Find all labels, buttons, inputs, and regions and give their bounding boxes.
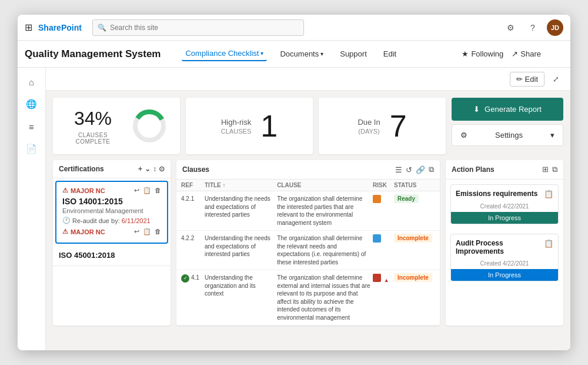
high-risk-label: High-risk — [221, 118, 251, 127]
search-input[interactable] — [110, 24, 299, 32]
top-bar: ⊞ SharePoint 🔍 ⚙ ? JD — [18, 15, 570, 41]
clauses-panel: Clauses ☰ ↺ 🔗 ⧉ Ref — [176, 160, 440, 326]
risk-indicator-1 — [373, 195, 381, 203]
add-cert-icon[interactable]: + — [138, 165, 142, 173]
action-panel: ⬇ Generate Report ⚙ Settings ▾ — [452, 98, 563, 154]
certifications-title: Certifications — [59, 165, 104, 173]
clause-ref-3: ✓ 4.1 — [181, 274, 205, 283]
ap-title-2: Audit Process Improvements — [456, 239, 542, 256]
clause-row-1[interactable]: 4.2.1 Understanding the needs and expect… — [176, 191, 440, 231]
share-icon: ↗ — [512, 49, 518, 58]
clock-icon: 🕐 — [62, 217, 71, 224]
settings-icon[interactable]: ⚙ — [502, 19, 519, 36]
pencil-icon: ✏ — [516, 75, 523, 84]
status-badge-3: Incomplete — [394, 273, 432, 282]
nav-documents[interactable]: Documents ▾ — [276, 47, 327, 61]
clause-row-2[interactable]: 4.2.2 Understanding the needs and expect… — [176, 231, 440, 270]
sidebar-doc-icon[interactable]: 📄 — [22, 140, 41, 158]
copy-icon[interactable]: ⧉ — [429, 165, 434, 174]
nc-actions-2: ↩ 📋 🗑 — [134, 228, 161, 235]
completion-value: 34% — [74, 108, 112, 130]
ap-list-icon[interactable]: ⧉ — [552, 165, 557, 174]
ap-status-bar-2: In Progress — [451, 269, 558, 281]
cert-item-iso45001[interactable]: ISO 45001:2018 — [53, 246, 171, 266]
clauses-table: Ref Title ↑ Clause Risk Status 4.2.1 Und… — [176, 180, 440, 326]
generate-report-button[interactable]: ⬇ Generate Report — [452, 98, 563, 121]
cert-subtitle-1: Environmental Management — [62, 207, 161, 214]
cert-title-1: ISO 14001:2015 — [62, 197, 161, 206]
copy-icon-2[interactable]: 📋 — [143, 228, 151, 235]
clause-risk-3: ▲ — [373, 274, 394, 284]
ap-date-2: Created 4/22/2021 — [451, 260, 558, 269]
edit-button[interactable]: ✏ Edit — [510, 72, 544, 87]
sort-cert-icon[interactable]: ⌄ — [145, 165, 151, 173]
stats-row: 34% CLAUSES COMPLETE H — [53, 98, 563, 154]
ap-card-header-1: Emissions requirements 📋 — [451, 185, 558, 203]
following-button[interactable]: ★ Following — [462, 49, 503, 58]
nav-compliance-checklist[interactable]: Compliance Checklist ▾ — [182, 47, 267, 61]
col-header-risk: Risk — [373, 182, 394, 188]
chevron-down-icon: ▾ — [260, 50, 263, 57]
sharepoint-logo: SharePoint — [38, 23, 82, 32]
site-title: Quality Management System — [25, 48, 161, 60]
sidebar: ⌂ 🌐 ≡ 📄 — [18, 68, 46, 350]
nav-edit[interactable]: Edit — [380, 47, 400, 61]
settings-dropdown[interactable]: ⚙ Settings ▾ — [452, 124, 563, 146]
copy-icon[interactable]: 📋 — [143, 187, 151, 194]
undo-icon[interactable]: ↩ — [134, 187, 139, 194]
ap-doc-icon-2: 📋 — [544, 239, 553, 248]
undo-icon-2[interactable]: ↩ — [134, 228, 139, 235]
nc-label-1: ⚠ MAJOR NC — [62, 187, 105, 194]
sidebar-globe-icon[interactable]: 🌐 — [22, 95, 41, 114]
ap-status-bar-1: In Progress — [451, 212, 558, 224]
clause-title-2: Understanding the needs and expectations… — [205, 234, 277, 258]
clause-cause-2: The organization shall determine the rel… — [277, 234, 373, 266]
action-plans-panel: Action Plans ⊞ ⧉ Emissions requirements … — [446, 160, 563, 326]
action-plan-card-2[interactable]: Audit Process Improvements 📋 Created 4/2… — [450, 234, 559, 281]
avatar[interactable]: JD — [547, 19, 563, 36]
clause-risk-2 — [373, 234, 394, 245]
check-icon-3: ✓ — [181, 274, 189, 283]
clause-status-2: Incomplete — [394, 234, 435, 243]
certifications-panel: Certifications + ⌄ ↕ ⊙ — [53, 160, 171, 326]
list-icon[interactable]: ☰ — [395, 165, 402, 174]
clause-cause-3: The organization shall determine externa… — [277, 274, 373, 321]
nav-support[interactable]: Support — [336, 47, 370, 61]
refresh-icon[interactable]: ↺ — [406, 165, 412, 174]
sidebar-home-icon[interactable]: ⌂ — [22, 72, 41, 91]
clause-status-3: Incomplete — [394, 274, 435, 282]
clause-status-1: Ready — [394, 195, 435, 203]
content-area: ⌂ 🌐 ≡ 📄 ✏ Edit ⤢ — [18, 68, 570, 350]
action-plans-header: Action Plans ⊞ ⧉ — [446, 160, 563, 180]
filter-cert-icon[interactable]: ↕ — [153, 165, 156, 173]
cert-due-1: 🕐 Re-audit due by: 6/11/2021 — [62, 217, 161, 224]
settings-cert-icon[interactable]: ⊙ — [159, 165, 165, 173]
clause-ref-2: 4.2.2 — [181, 234, 205, 243]
cert-header-actions: + ⌄ ↕ ⊙ — [138, 165, 165, 173]
app-grid-icon[interactable]: ⊞ — [25, 22, 32, 33]
help-icon[interactable]: ? — [524, 19, 541, 36]
clause-row-3[interactable]: ✓ 4.1 Understanding the organization and… — [176, 270, 440, 326]
clauses-title: Clauses — [182, 165, 209, 174]
nc-actions-1: ↩ 📋 🗑 — [134, 187, 161, 194]
trash-icon-2[interactable]: 🗑 — [155, 228, 161, 235]
cert-title-2: ISO 45001:2018 — [59, 251, 165, 260]
action-plans-title: Action Plans — [452, 165, 495, 174]
ap-doc-icon-1: 📋 — [544, 190, 553, 198]
risk-indicator-2 — [373, 234, 381, 243]
col-header-title[interactable]: Title ↑ — [205, 182, 277, 188]
cert-item-iso14001[interactable]: ⚠ MAJOR NC ↩ 📋 🗑 ISO 14001:2015 — [55, 181, 168, 244]
due-in-value: 7 — [390, 111, 407, 141]
ap-grid-icon[interactable]: ⊞ — [542, 165, 549, 174]
link-icon[interactable]: 🔗 — [416, 165, 425, 174]
nav-bar: Quality Management System Compliance Che… — [18, 41, 570, 68]
action-plan-card-1[interactable]: Emissions requirements 📋 Created 4/22/20… — [450, 184, 559, 224]
col-header-status: Status — [394, 182, 435, 188]
fullscreen-icon[interactable]: ⤢ — [548, 71, 563, 87]
share-button[interactable]: ↗ Share — [512, 49, 541, 58]
trash-icon[interactable]: 🗑 — [155, 187, 161, 194]
search-bar[interactable]: 🔍 — [92, 19, 304, 36]
clause-risk-1 — [373, 195, 394, 205]
sidebar-menu-icon[interactable]: ≡ — [22, 117, 41, 136]
nav-right-actions: ★ Following ↗ Share — [462, 49, 541, 58]
